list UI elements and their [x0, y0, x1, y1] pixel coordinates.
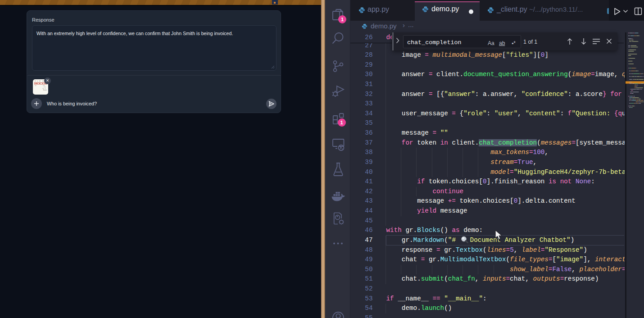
- svg-text:Sum: Sum: [43, 89, 47, 91]
